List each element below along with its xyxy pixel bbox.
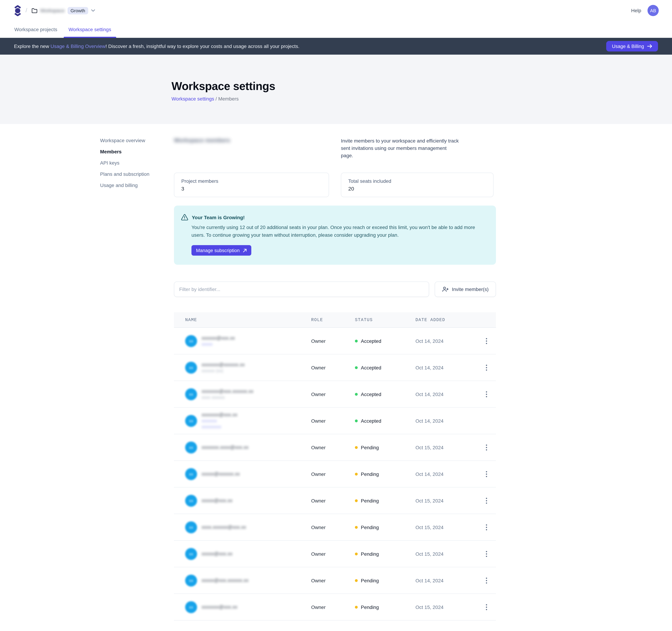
member-date-added: Oct 15, 2024 <box>415 498 482 504</box>
member-status: Pending <box>355 471 415 477</box>
member-email: xxxxxxx@xxx.xx <box>201 412 237 418</box>
breadcrumb-workspace-settings-link[interactable]: Workspace settings <box>171 96 214 101</box>
member-email: xxxxx@xxx.xx <box>201 551 233 557</box>
member-email: xxxxx@xxx.xx <box>201 497 233 504</box>
page-header: Workspace settings Workspace settings / … <box>0 55 672 124</box>
workspace-switcher[interactable]: Workspace Growth <box>31 7 95 14</box>
usage-billing-button[interactable]: Usage & Billing <box>606 41 658 51</box>
alert-title: Your Team is Growing! <box>192 214 245 220</box>
table-header: NAME ROLE STATUS DATE ADDED <box>174 312 496 328</box>
member-status: Pending <box>355 524 415 530</box>
members-section-description: Invite members to your workspace and eff… <box>341 137 460 159</box>
row-menu-button[interactable] <box>482 336 491 346</box>
stat-value: 3 <box>181 186 322 191</box>
member-role: Owner <box>311 391 355 397</box>
tab-workspace-projects[interactable]: Workspace projects <box>9 21 62 38</box>
workspace-name: Workspace <box>40 8 65 13</box>
member-status: Pending <box>355 445 415 450</box>
member-date-added: Oct 15, 2024 <box>415 551 482 557</box>
sidebar-item-workspace-overview[interactable]: Workspace overview <box>100 137 174 144</box>
page-title: Workspace settings <box>171 80 672 92</box>
table-row: xxxxxxxxx@xxxxxx.xxxxxxxx (xx)OwnerAccep… <box>174 354 496 381</box>
row-menu-button[interactable] <box>482 469 491 478</box>
row-menu-button[interactable] <box>482 390 491 399</box>
member-email: xxxxx@xxx.xxxxxx.xx <box>201 578 248 583</box>
person-plus-icon <box>442 286 449 292</box>
member-status: Pending <box>355 604 415 610</box>
breadcrumb-slash: / <box>26 7 27 14</box>
member-date-added: Oct 14, 2024 <box>415 391 482 397</box>
app-logo-icon[interactable] <box>14 5 21 16</box>
member-status: Pending <box>355 578 415 583</box>
member-avatar: xx <box>185 495 197 507</box>
member-status: Accepted <box>355 365 415 370</box>
member-sublabel: xxxxxx (xx) <box>201 368 245 373</box>
sidebar-item-plans-and-subscription[interactable]: Plans and subscription <box>100 171 174 178</box>
member-actions-cell <box>482 443 496 452</box>
status-dot-icon <box>355 579 358 582</box>
row-menu-button[interactable] <box>482 549 491 558</box>
status-dot-icon <box>355 393 358 396</box>
member-avatar: xx <box>185 441 197 453</box>
workspace-settings-page: / Workspace Growth Help AB Workspace pro… <box>0 0 672 631</box>
arrow-right-icon <box>647 44 652 48</box>
table-row: xxxxxxxxx@xxx.xxxxxx.xxxxxx xxxxxxOwnerA… <box>174 381 496 407</box>
breadcrumb-current: Members <box>218 96 239 101</box>
status-dot-icon <box>355 499 358 502</box>
member-name-cell: xxxxxx.xxxxxx@xxx.xx <box>174 518 311 537</box>
member-actions-cell <box>482 576 496 585</box>
row-menu-button[interactable] <box>482 523 491 532</box>
row-menu-button[interactable] <box>482 443 491 452</box>
workspace-tabs: Workspace projectsWorkspace settings <box>0 21 672 38</box>
user-avatar[interactable]: AB <box>648 5 659 16</box>
row-menu-button[interactable] <box>482 603 491 612</box>
member-status: Accepted <box>355 338 415 344</box>
member-actions-cell <box>482 603 496 612</box>
member-actions-cell <box>482 363 496 372</box>
member-avatar: xx <box>185 361 197 373</box>
row-menu-button[interactable] <box>482 576 491 585</box>
status-dot-icon <box>355 472 358 475</box>
member-avatar: xx <box>185 548 197 560</box>
row-menu-button[interactable] <box>482 496 491 505</box>
member-name-cell: xxxxxxx@xxxxxx.xx <box>174 465 311 484</box>
sidebar-item-api-keys[interactable]: API keys <box>100 160 174 166</box>
member-role: Owner <box>311 445 355 450</box>
member-sublabel: xxxxxxxxx <box>201 424 237 430</box>
member-role: Owner <box>311 338 355 344</box>
member-email: xxxxxx@xxx.xx <box>201 335 235 341</box>
table-row: xxxxxxx@xxx.xxxxxx.xxOwnerPendingOct 14,… <box>174 567 496 594</box>
member-actions-cell <box>482 469 496 478</box>
member-name-cell: xxxxxxxxx@xxx.xxxxxx.xxxxxx xxxxxx <box>174 385 311 403</box>
table-row: xxxxxxxxx.xxxx@xxx.xxOwnerPendingOct 15,… <box>174 434 496 461</box>
member-sublabel: xxxx xxxxxx <box>201 395 254 400</box>
member-role: Owner <box>311 498 355 504</box>
status-dot-icon <box>355 419 358 422</box>
column-header-date-added: DATE ADDED <box>415 318 482 322</box>
member-actions-cell <box>482 496 496 505</box>
warning-triangle-icon <box>181 214 188 220</box>
stat-label: Project members <box>181 178 322 184</box>
invite-members-button[interactable]: Invite member(s) <box>435 282 496 297</box>
member-email: xxxxxxx@xxxxxx.xx <box>201 361 245 368</box>
folder-icon <box>31 8 37 13</box>
manage-subscription-button[interactable]: Manage subscription <box>191 245 251 256</box>
member-actions-cell <box>482 523 496 532</box>
tab-workspace-settings[interactable]: Workspace settings <box>64 21 116 38</box>
table-row: xxxxxxx@xxx.xxOwnerPendingOct 15, 2024 <box>174 487 496 514</box>
filter-input[interactable] <box>174 282 429 297</box>
member-email: xxxxx@xxxxxx.xx <box>201 471 240 477</box>
chevron-down-icon <box>91 9 95 12</box>
project-members-card: Project members 3 <box>174 173 329 197</box>
member-status: Pending <box>355 498 415 504</box>
status-dot-icon <box>355 606 358 608</box>
settings-side-nav: Workspace overviewMembersAPI keysPlans a… <box>100 137 174 621</box>
usage-billing-overview-link[interactable]: Usage & Billing Overview <box>51 43 105 49</box>
member-role: Owner <box>311 578 355 583</box>
sidebar-item-usage-and-billing[interactable]: Usage and billing <box>100 182 174 189</box>
member-date-added: Oct 14, 2024 <box>415 338 482 344</box>
member-avatar: xx <box>185 335 197 347</box>
help-link[interactable]: Help <box>631 8 641 13</box>
sidebar-item-members[interactable]: Members <box>100 148 174 155</box>
row-menu-button[interactable] <box>482 363 491 372</box>
